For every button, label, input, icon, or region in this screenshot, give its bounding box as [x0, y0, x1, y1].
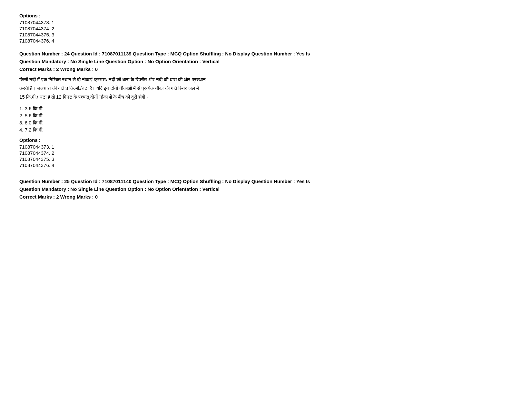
question-24-header-line3: Correct Marks : 2 Wrong Marks : 0 — [19, 65, 513, 73]
answer-text: 7.2 कि.मी. — [25, 127, 44, 132]
answer-num: 1. — [19, 106, 24, 111]
answer-num: 2. — [19, 113, 24, 118]
question-24-body-line3: 15 कि.मी./ घंटा है तो 12 मिनट के पश्चात्… — [19, 93, 513, 101]
question-24-section: Question Number : 24 Question Id : 71087… — [19, 50, 513, 168]
option-num: 3 — [52, 156, 54, 162]
list-item: 71087044375. 3 — [19, 32, 513, 37]
option-id: 71087044376 — [19, 38, 49, 44]
option-num: 3 — [52, 32, 54, 37]
top-options-section: Options : 71087044373. 1 71087044374. 2 … — [19, 13, 513, 44]
option-num: 1 — [52, 144, 54, 150]
list-item: 4. 7.2 कि.मी. — [19, 127, 513, 133]
question-25-header-line3: Correct Marks : 2 Wrong Marks : 0 — [19, 193, 513, 201]
option-id: 71087044376 — [19, 162, 49, 168]
answer-num: 3. — [19, 120, 24, 125]
option-id: 71087044373 — [19, 144, 49, 150]
list-item: 71087044374. 2 — [19, 26, 513, 31]
q24-options-label: Options : — [19, 137, 513, 143]
list-item: 71087044376. 4 — [19, 38, 513, 44]
option-id: 71087044375 — [19, 32, 49, 37]
question-24-body-line1: किसी नदी में एक निश्चित स्थान से दो नौका… — [19, 75, 513, 84]
question-24-header-line2: Question Mandatory : No Single Line Ques… — [19, 58, 513, 65]
option-id: 71087044374 — [19, 26, 49, 31]
option-id: 71087044373 — [19, 20, 49, 25]
question-24-header-line1: Question Number : 24 Question Id : 71087… — [19, 50, 513, 58]
list-item: 71087044373. 1 — [19, 20, 513, 25]
list-item: 2. 5.6 कि.मी. — [19, 113, 513, 119]
question-24-answer-options: 1. 3.6 कि.मी. 2. 5.6 कि.मी. 3. 6.0 कि.मी… — [19, 106, 513, 133]
answer-num: 4. — [19, 127, 24, 132]
option-id: 71087044375 — [19, 156, 49, 162]
question-25-section: Question Number : 25 Question Id : 71087… — [19, 178, 513, 201]
top-options-label: Options : — [19, 13, 513, 18]
question-24-body: किसी नदी में एक निश्चित स्थान से दो नौका… — [19, 75, 513, 101]
list-item: 1. 3.6 कि.मी. — [19, 106, 513, 112]
answer-text: 5.6 कि.मी. — [25, 113, 44, 118]
list-item: 71087044374. 2 — [19, 150, 513, 156]
question-25-header: Question Number : 25 Question Id : 71087… — [19, 178, 513, 201]
option-num: 4 — [52, 162, 54, 168]
list-item: 71087044375. 3 — [19, 156, 513, 162]
option-num: 2 — [52, 150, 54, 156]
question-24-header: Question Number : 24 Question Id : 71087… — [19, 50, 513, 73]
option-num: 2 — [52, 26, 54, 31]
answer-text: 3.6 कि.मी. — [25, 106, 44, 111]
answer-text: 6.0 कि.मी. — [25, 120, 44, 125]
option-num: 4 — [52, 38, 54, 44]
list-item: 71087044376. 4 — [19, 162, 513, 168]
question-24-body-line2: करती हैं। जलधारा की गति 3 कि.मी./घंटा है… — [19, 84, 513, 93]
question-25-header-line2: Question Mandatory : No Single Line Ques… — [19, 185, 513, 193]
list-item: 71087044373. 1 — [19, 144, 513, 150]
list-item: 3. 6.0 कि.मी. — [19, 120, 513, 126]
option-id: 71087044374 — [19, 150, 49, 156]
option-num: 1 — [52, 20, 54, 25]
question-25-header-line1: Question Number : 25 Question Id : 71087… — [19, 178, 513, 185]
